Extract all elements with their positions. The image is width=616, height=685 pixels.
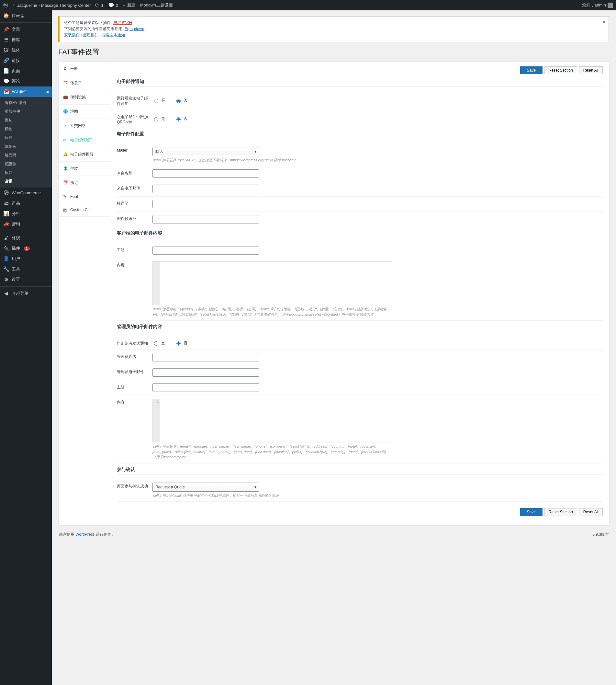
sub-book[interactable]: 预订 bbox=[0, 168, 52, 177]
new-link[interactable]: +新建 bbox=[123, 2, 136, 8]
theme-link[interactable]: Modown主题设置 bbox=[140, 2, 173, 8]
menu-comments[interactable]: 💬评论 bbox=[0, 76, 52, 86]
radio-qr-no[interactable]: 否 bbox=[175, 116, 188, 122]
menu-analytics[interactable]: 📊分析 bbox=[0, 209, 52, 219]
activate-plugins-link[interactable]: 启用插件 bbox=[83, 33, 98, 37]
sub-short[interactable]: 短代码 bbox=[0, 151, 52, 160]
action-bar-top: Save Reset Section Reset All bbox=[117, 66, 603, 74]
site-link[interactable]: ⌂Jacqueline - Massage Theraphy Center bbox=[13, 3, 91, 8]
tab-map[interactable]: 🌐地图 bbox=[59, 105, 110, 119]
confirm-page-help: 'selkit 当用户'selkit 点击电子邮件中的确认链接时，这是一个成功参… bbox=[152, 493, 392, 498]
from-name-input[interactable] bbox=[152, 169, 259, 178]
mailer-select[interactable]: 默认▾ bbox=[152, 147, 259, 156]
menu-blog[interactable]: ☰博客 bbox=[0, 35, 52, 45]
tab-amenity[interactable]: 💼便利设施 bbox=[59, 90, 110, 105]
notice-plugin-link-1[interactable]: 自定义字段 bbox=[113, 20, 132, 25]
client-content-editor[interactable]: 1 bbox=[152, 261, 392, 305]
share-icon: ↗ bbox=[63, 123, 68, 128]
section-client-email: 客户端的电子邮件内容 bbox=[117, 230, 603, 238]
menu-pages[interactable]: 📄页面 bbox=[0, 66, 52, 76]
sub-add[interactable]: 添加事件 bbox=[0, 107, 52, 116]
page-title: FAT事件设置 bbox=[58, 47, 610, 57]
tab-email-notify[interactable]: ✉电子邮件通知 bbox=[59, 133, 110, 147]
reset-section-button[interactable]: Reset Section bbox=[545, 66, 577, 74]
wordpress-link[interactable]: WordPress bbox=[75, 532, 94, 537]
tab-font[interactable]: ✎Font bbox=[59, 190, 110, 204]
admin-email-input[interactable] bbox=[152, 368, 259, 377]
menu-woo[interactable]: ⓌWooCommerce bbox=[0, 188, 52, 198]
collapse-menu[interactable]: ◀收起菜单 bbox=[0, 288, 52, 299]
radio-qr-yes[interactable]: 是 bbox=[152, 116, 165, 122]
install-plugins-link[interactable]: 安装插件 bbox=[64, 33, 80, 37]
sub-cat[interactable]: 类别 bbox=[0, 116, 52, 125]
menu-marketing[interactable]: 📣营销 bbox=[0, 219, 52, 229]
menu-links[interactable]: 🔗链接 bbox=[0, 56, 52, 66]
tab-booking[interactable]: 📅预订 bbox=[59, 176, 110, 190]
menu-dashboard[interactable]: 🏠仪表盘 bbox=[0, 10, 52, 21]
sub-settings[interactable]: 设置 bbox=[0, 177, 52, 186]
tab-social[interactable]: ↗社交网络 bbox=[59, 119, 110, 133]
updates-link[interactable]: ⟳1 bbox=[95, 2, 103, 8]
sub-org[interactable]: 组织者 bbox=[0, 142, 52, 151]
wp-logo[interactable]: ⓦ bbox=[3, 2, 8, 8]
dismiss-notice-link[interactable]: 忽略这条通知 bbox=[102, 33, 125, 37]
label-cc: 抄送至 bbox=[117, 200, 152, 208]
menu-media[interactable]: 🖼媒体 bbox=[0, 45, 52, 56]
settings-tabs: ⚙一般 📅休息日 💼便利设施 🌐地图 ↗社交网络 ✉电子邮件通知 🔔电子邮件提醒… bbox=[59, 62, 110, 525]
globe-icon: 🌐 bbox=[63, 109, 68, 114]
radio-send-yes[interactable]: 是 bbox=[152, 98, 165, 103]
section-admin-email: 管理员的电子邮件内容 bbox=[117, 324, 603, 332]
reset-all-button[interactable]: Reset All bbox=[579, 66, 603, 74]
close-icon[interactable]: ✕ bbox=[602, 19, 606, 26]
comments-link[interactable]: 💬0 bbox=[108, 2, 118, 8]
menu-products[interactable]: 🏷产品 bbox=[0, 198, 52, 209]
confirm-page-select[interactable]: Request a Quote▾ bbox=[152, 483, 259, 492]
pencil-icon: ✎ bbox=[63, 194, 68, 199]
plugin-notice: ✕ 这个主题建议安装以下插件: 自定义字段. 下列必要安装的插件目前尚未启用: … bbox=[58, 16, 609, 42]
menu-users[interactable]: 👤用户 bbox=[0, 254, 52, 264]
bcc-input[interactable] bbox=[152, 215, 259, 223]
reset-section-button-bottom[interactable]: Reset Section bbox=[545, 508, 577, 516]
menu-settings[interactable]: ⚙设置 bbox=[0, 274, 52, 285]
tab-payment[interactable]: 💲付款 bbox=[59, 162, 110, 176]
client-content-help: 'selkit 使用标签：[qrcode]、[名字]、[姓氏]、[电话]、[电话… bbox=[152, 306, 392, 317]
save-button[interactable]: Save bbox=[520, 66, 543, 74]
from-email-input[interactable] bbox=[152, 185, 259, 193]
label-send-organizer: 向组织者发送通知 bbox=[117, 340, 152, 346]
briefcase-icon: 💼 bbox=[63, 95, 68, 100]
label-send-after-booking: 预订后发送电子邮件通知 bbox=[117, 94, 152, 107]
money-icon: 💲 bbox=[63, 166, 68, 171]
label-client-subject: 主题 bbox=[117, 246, 152, 255]
mailer-help: 'selkit 如果选择Post SMTP，请在此处下载插件：https://w… bbox=[152, 157, 392, 163]
admin-name-input[interactable] bbox=[152, 353, 259, 361]
plugins-badge: 1 bbox=[24, 247, 30, 251]
menu-tools[interactable]: 🔧工具 bbox=[0, 264, 52, 274]
sub-tag[interactable]: 标签 bbox=[0, 125, 52, 133]
footer: 感谢使用 WordPress 进行创作。 5.9.3版本 bbox=[58, 525, 610, 540]
admin-content-help: 'selkit 使用标签：[email]、[qrcode]、[first_nam… bbox=[152, 444, 392, 460]
reset-all-button-bottom[interactable]: Reset All bbox=[579, 508, 603, 516]
chevron-right-icon: ◀ bbox=[46, 90, 48, 93]
client-subject-input[interactable] bbox=[152, 246, 259, 255]
tab-email-remind[interactable]: 🔔电子邮件提醒 bbox=[59, 147, 110, 162]
tab-custom-css[interactable]: ▤Custom Css bbox=[59, 204, 110, 217]
tab-dayoff[interactable]: 📅休息日 bbox=[59, 76, 110, 90]
tab-general[interactable]: ⚙一般 bbox=[59, 62, 110, 76]
radio-send-no[interactable]: 否 bbox=[175, 98, 188, 103]
menu-fat-event[interactable]: 📅FAT事件◀ bbox=[0, 86, 52, 97]
radio-org-no[interactable]: 否 bbox=[175, 340, 188, 346]
sub-all[interactable]: 所有FAT事件 bbox=[0, 99, 52, 107]
radio-org-yes[interactable]: 是 bbox=[152, 340, 165, 346]
menu-appearance[interactable]: 🖌外观 bbox=[0, 233, 52, 243]
howdy-link[interactable]: 您好，admin bbox=[582, 2, 613, 8]
menu-posts[interactable]: 📌文章 bbox=[0, 24, 52, 35]
save-button-bottom[interactable]: Save bbox=[520, 508, 543, 516]
sub-coupon[interactable]: 优惠券 bbox=[0, 160, 52, 168]
menu-plugins[interactable]: 🔌插件1 bbox=[0, 243, 52, 254]
notice-plugin-link-2[interactable]: Erphpdown bbox=[125, 26, 145, 31]
cc-input[interactable] bbox=[152, 200, 259, 208]
label-from-name: 来自名称 bbox=[117, 169, 152, 178]
admin-content-editor[interactable]: 1 bbox=[152, 399, 392, 443]
sub-loc[interactable]: 位置 bbox=[0, 133, 52, 142]
admin-subject-input[interactable] bbox=[152, 383, 259, 392]
